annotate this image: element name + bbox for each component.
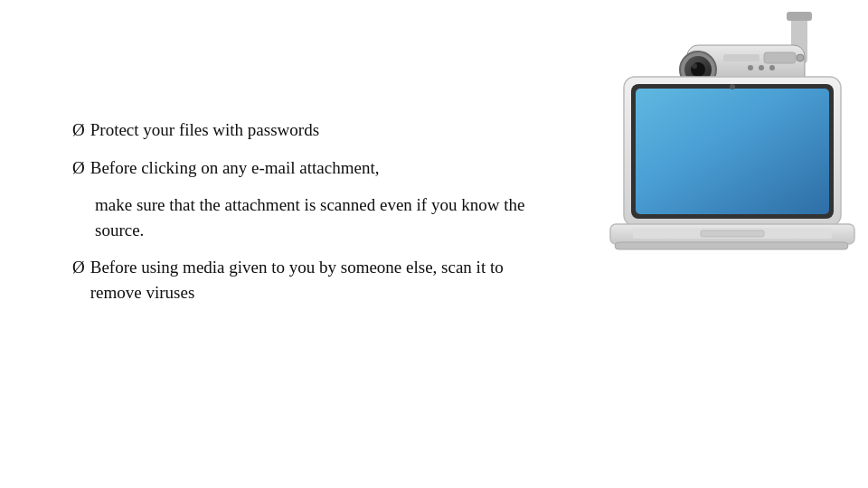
bullet-text-1: Protect your files with passwords [90,117,552,143]
svg-rect-8 [764,52,796,63]
bullet-continuation-2: make sure that the attachment is scanned… [95,192,552,242]
bullet-item-3: Ø Before using media given to you by som… [72,255,552,305]
bullet-symbol-2: Ø [72,155,85,181]
svg-rect-1 [787,12,812,21]
bullet-text-2: Before clicking on any e-mail attachment… [90,155,552,181]
svg-point-17 [730,84,735,89]
svg-point-12 [759,65,764,70]
images-container [561,0,868,235]
svg-rect-7 [723,54,760,61]
svg-rect-21 [701,230,764,237]
svg-point-13 [769,65,775,70]
svg-rect-20 [615,242,848,249]
content-area: Ø Protect your files with passwords Ø Be… [72,117,552,317]
bullet-item-2: Ø Before clicking on any e-mail attachme… [72,155,552,181]
laptop [606,72,868,253]
svg-point-9 [797,54,804,61]
svg-point-6 [692,63,697,69]
bullet-text-3: Before using media given to you by someo… [90,255,552,305]
bullet-item-1: Ø Protect your files with passwords [72,117,552,143]
svg-point-11 [748,65,753,70]
bullet-symbol-3: Ø [72,255,85,280]
slide: Ø Protect your files with passwords Ø Be… [0,0,868,488]
svg-rect-16 [636,89,829,214]
bullet-symbol-1: Ø [72,117,85,143]
